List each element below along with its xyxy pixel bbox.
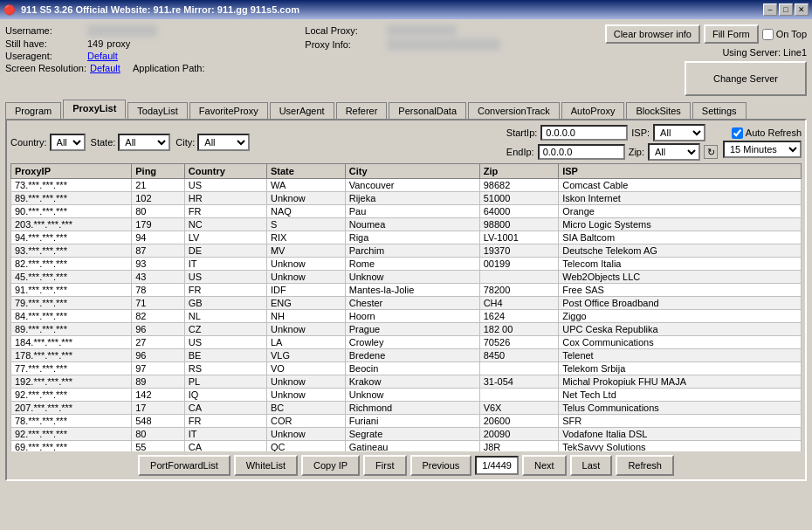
tab-autoproxy[interactable]: AutoProxy (561, 102, 625, 119)
on-top-label[interactable]: On Top (762, 29, 807, 40)
table-row[interactable]: 94.***.***.***94LVRIXRigaLV-1001SIA Balt… (11, 231, 802, 244)
table-row[interactable]: 77.***.***.***97RSVOBeocinTelekom Srbija (11, 362, 802, 375)
table-row[interactable]: 45.***.***.***43USUnknowUnknowWeb2Object… (11, 271, 802, 284)
refresh-interval-select[interactable]: 15 Minutes 5 Minutes 30 Minutes (723, 141, 802, 158)
end-ip-input[interactable] (538, 144, 625, 160)
tab-referer[interactable]: Referer (336, 102, 388, 119)
proxy-info-value (387, 38, 500, 51)
table-row[interactable]: 203.***.***.***179NCSNoumea98800Micro Lo… (11, 218, 802, 231)
white-list-button[interactable]: WhiteList (234, 455, 298, 476)
clear-browser-button[interactable]: Clear browser info (605, 24, 700, 44)
proxy-table-container: ProxyIP Ping Country State City Zip ISP … (10, 163, 802, 451)
window-controls[interactable]: – □ ✕ (763, 3, 809, 16)
title-bar: 🔴 911 S5 3.26 Official Website: 911.re M… (0, 0, 812, 19)
table-cell: Parchim (345, 244, 479, 258)
table-cell: 207.***.***.*** (11, 402, 132, 415)
table-cell: V6X (479, 402, 559, 415)
table-cell: 93.***.***.*** (11, 244, 132, 258)
close-button[interactable]: ✕ (795, 3, 809, 16)
table-cell: Telekom Srbija (559, 362, 802, 375)
table-row[interactable]: 92.***.***.***80ITUnknowSegrate20090Voda… (11, 428, 802, 441)
table-row[interactable]: 89.***.***.***96CZUnknowPrague182 00UPC … (11, 323, 802, 336)
table-cell: Bredene (345, 349, 479, 362)
table-cell: 82.***.***.*** (11, 258, 132, 271)
table-cell: Richmond (345, 402, 479, 415)
table-row[interactable]: 82.***.***.***93ITUnknowRome00199Telecom… (11, 258, 802, 271)
isp-select[interactable]: All (653, 124, 705, 141)
table-cell: LA (266, 336, 345, 349)
table-cell: Micro Logic Systems (559, 218, 802, 231)
col-header-zip: Zip (479, 164, 559, 179)
table-cell: 71 (132, 297, 184, 310)
city-label: City: (175, 137, 195, 148)
table-row[interactable]: 93.***.***.***87DEMVParchim19370Deutsche… (11, 244, 802, 258)
table-row[interactable]: 79.***.***.***71GBENGChesterCH4Post Offi… (11, 297, 802, 310)
table-cell: LV (184, 231, 266, 244)
table-row[interactable]: 73.***.***.***21USWAVancouver98682Comcas… (11, 179, 802, 192)
country-select[interactable]: All (50, 134, 86, 151)
refresh-button[interactable]: Refresh (616, 455, 674, 476)
tab-useragent[interactable]: UserAgent (270, 102, 334, 119)
minimize-button[interactable]: – (763, 3, 777, 16)
last-button[interactable]: Last (570, 455, 613, 476)
table-row[interactable]: 84.***.***.***82NLNHHoorn1624Ziggo (11, 310, 802, 323)
server-info: Using Server: Line1 (722, 47, 807, 58)
table-row[interactable]: 184.***.***.***27USLACrowley70526Cox Com… (11, 336, 802, 349)
table-row[interactable]: 89.***.***.***102HRUnknowRijeka51000Isko… (11, 192, 802, 205)
tab-proxylist[interactable]: ProxyList (63, 100, 126, 119)
tab-conversiontrack[interactable]: ConversionTrack (468, 102, 560, 119)
table-cell: Vodafone Italia DSL (559, 428, 802, 441)
table-row[interactable]: 78.***.***.***548FRCORFuriani20600SFR (11, 415, 802, 428)
table-cell: 21 (132, 179, 184, 192)
table-row[interactable]: 192.***.***.***89PLUnknowKrakow31-054Mic… (11, 375, 802, 389)
col-header-proxyip: ProxyIP (11, 164, 132, 179)
port-forward-button[interactable]: PortForwardList (138, 455, 231, 476)
tab-favoriteproxy[interactable]: FavoriteProxy (189, 102, 268, 119)
city-select[interactable]: All (197, 134, 250, 151)
change-server-button[interactable]: Change Server (685, 61, 807, 96)
local-proxy-value (387, 24, 457, 37)
table-row[interactable]: 69.***.***.***55CAQCGatineauJ8RTekSavvy … (11, 441, 802, 452)
table-cell: Web2Objects LLC (559, 271, 802, 284)
next-button[interactable]: Next (522, 455, 567, 476)
previous-button[interactable]: Previous (410, 455, 472, 476)
table-cell: VLG (266, 349, 345, 362)
auto-refresh-checkbox-label[interactable]: Auto Refresh (732, 127, 802, 139)
table-row[interactable]: 92.***.***.***142IQUnknowUnknowNet Tech … (11, 389, 802, 402)
table-cell: Unknow (266, 271, 345, 284)
tab-settings[interactable]: Settings (692, 102, 747, 119)
copy-ip-button[interactable]: Copy IP (301, 455, 360, 476)
table-row[interactable]: 91.***.***.***78FRIDFMantes-la-Jolie7820… (11, 284, 802, 297)
country-filter: Country: All (10, 134, 86, 151)
screen-res-value[interactable]: Default (90, 63, 120, 73)
zip-select[interactable]: All (648, 143, 700, 161)
table-cell: US (184, 336, 266, 349)
table-cell: Noumea (345, 218, 479, 231)
tab-blocksites[interactable]: BlockSites (626, 102, 690, 119)
fill-form-button[interactable]: Fill Form (704, 24, 759, 44)
state-select[interactable]: All (118, 134, 170, 151)
table-row[interactable]: 90.***.***.***80FRNAQPau64000Orange (11, 205, 802, 218)
table-cell: 31-054 (479, 375, 559, 389)
useragent-value[interactable]: Default (87, 51, 118, 61)
auto-refresh-checkbox[interactable] (732, 127, 743, 139)
tab-program[interactable]: Program (5, 102, 61, 119)
table-row[interactable]: 178.***.***.***96BEVLGBredene8450Telenet (11, 349, 802, 362)
first-button[interactable]: First (363, 455, 406, 476)
isp-label: ISP: (631, 127, 650, 138)
table-cell: Unknow (266, 323, 345, 336)
table-cell: 77.***.***.*** (11, 362, 132, 375)
proxy-info-row: Proxy Info: (305, 38, 597, 51)
table-row[interactable]: 207.***.***.***17CABCRichmondV6XTelus Co… (11, 402, 802, 415)
on-top-checkbox[interactable] (762, 29, 774, 40)
table-cell: 89 (132, 375, 184, 389)
proxy-info-label: Proxy Info: (305, 39, 383, 50)
tab-todaylist[interactable]: TodayList (127, 102, 187, 119)
tab-personaldata[interactable]: PersonalData (389, 102, 466, 119)
table-cell: FR (184, 284, 266, 297)
maximize-button[interactable]: □ (779, 3, 793, 16)
start-ip-input[interactable] (540, 125, 628, 141)
table-cell: 94.***.***.*** (11, 231, 132, 244)
filter-refresh-icon[interactable]: ↻ (704, 145, 718, 159)
table-cell: Segrate (345, 428, 479, 441)
